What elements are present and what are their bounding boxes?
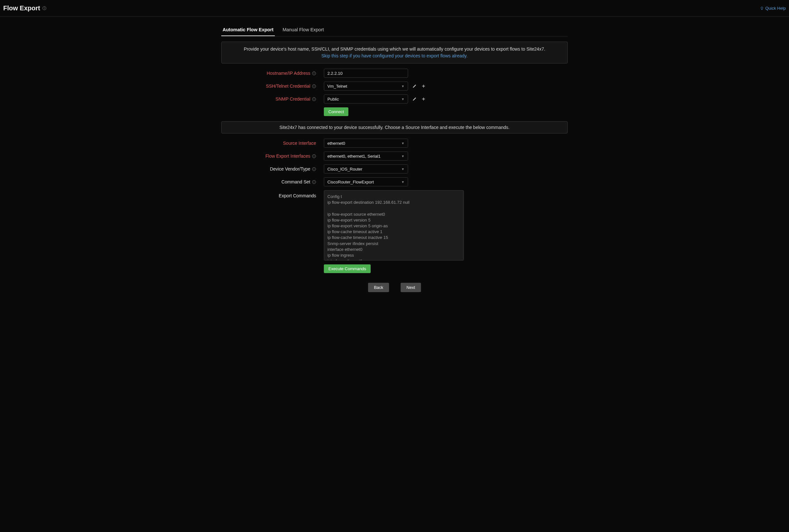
connect-btn-wrap: Connect <box>324 107 568 116</box>
source-interface-select[interactable]: ethernet0 ▼ <box>324 139 408 148</box>
info-icon[interactable] <box>312 97 316 101</box>
status-message: Site24x7 has connected to your device su… <box>279 125 509 130</box>
device-vendor-select[interactable]: Cisco_IOS_Router ▼ <box>324 165 408 173</box>
svg-point-14 <box>314 98 314 98</box>
quick-help-link[interactable]: Quick Help <box>760 6 786 11</box>
ssh-label: SSH/Telnet Credential <box>221 83 324 89</box>
command-set-select[interactable]: CiscoRouter_FlowExport ▼ <box>324 177 408 186</box>
info-icon[interactable] <box>42 6 46 11</box>
hostname-input[interactable] <box>324 69 408 78</box>
page-title: Flow Export <box>3 4 40 12</box>
plus-icon <box>421 84 426 88</box>
svg-point-9 <box>314 85 314 86</box>
svg-point-25 <box>314 181 314 181</box>
info-icon[interactable] <box>312 167 316 171</box>
info-banner-line1: Provide your device's host name, SSH/CLI… <box>227 46 562 53</box>
command-set-label: Command Set <box>221 179 324 185</box>
info-icon[interactable] <box>312 154 316 158</box>
add-ssh-credential-button[interactable] <box>421 83 426 89</box>
chevron-down-icon: ▼ <box>401 180 405 184</box>
flow-export-interfaces-select[interactable]: ethernet0, ethernet1, Serial1 ▼ <box>324 152 408 160</box>
info-icon[interactable] <box>312 71 316 75</box>
row-export-commands: Export Commands <box>221 190 568 261</box>
row-flow-export-interfaces: Flow Export Interfaces ethernet0, ethern… <box>221 152 568 160</box>
pencil-icon <box>412 97 417 101</box>
source-interface-label: Source Interface <box>221 140 324 146</box>
row-device-vendor: Device Vendor/Type Cisco_IOS_Router ▼ <box>221 165 568 173</box>
tab-automatic-flow-export[interactable]: Automatic Flow Export <box>221 24 275 36</box>
row-snmp-credential: SNMP Credential Public ▼ <box>221 94 568 103</box>
execute-commands-button[interactable]: Execute Commands <box>324 264 371 273</box>
back-button[interactable]: Back <box>368 283 389 292</box>
skip-step-link[interactable]: Skip this step if you have configured yo… <box>227 53 562 59</box>
pencil-icon <box>412 84 417 88</box>
next-button[interactable]: Next <box>401 283 421 292</box>
chevron-down-icon: ▼ <box>401 167 405 171</box>
credentials-section: Hostname/IP Address SSH/Telnet Credentia… <box>221 69 568 116</box>
config-section: Source Interface ethernet0 ▼ Flow Export… <box>221 139 568 273</box>
page-header: Flow Export Quick Help <box>0 0 789 17</box>
connect-button[interactable]: Connect <box>324 107 349 116</box>
chevron-down-icon: ▼ <box>401 154 405 158</box>
svg-point-6 <box>314 72 314 73</box>
hostname-label: Hostname/IP Address <box>221 71 324 76</box>
svg-point-22 <box>314 168 314 168</box>
edit-ssh-credential-button[interactable] <box>412 83 417 89</box>
tabs: Automatic Flow Export Manual Flow Export <box>221 24 568 36</box>
row-source-interface: Source Interface ethernet0 ▼ <box>221 139 568 148</box>
row-command-set: Command Set CiscoRouter_FlowExport ▼ <box>221 177 568 186</box>
device-vendor-label: Device Vendor/Type <box>221 166 324 172</box>
edit-snmp-credential-button[interactable] <box>412 96 417 101</box>
chevron-down-icon: ▼ <box>401 84 405 88</box>
chevron-down-icon: ▼ <box>401 97 405 101</box>
main-container: Automatic Flow Export Manual Flow Export… <box>221 24 568 305</box>
svg-point-19 <box>314 155 314 155</box>
snmp-credential-select[interactable]: Public ▼ <box>324 94 408 103</box>
chevron-down-icon: ▼ <box>401 141 405 145</box>
svg-point-2 <box>44 7 44 7</box>
flow-export-interfaces-label: Flow Export Interfaces <box>221 153 324 159</box>
bulb-icon <box>760 6 764 10</box>
snmp-label: SNMP Credential <box>221 96 324 101</box>
info-icon[interactable] <box>312 179 316 184</box>
execute-btn-wrap: Execute Commands <box>324 264 568 273</box>
page-title-wrap: Flow Export <box>3 4 46 12</box>
row-ssh-credential: SSH/Telnet Credential Vm_Telnet ▼ <box>221 81 568 91</box>
add-snmp-credential-button[interactable] <box>421 96 426 101</box>
row-hostname: Hostname/IP Address <box>221 69 568 78</box>
info-banner: Provide your device's host name, SSH/CLI… <box>221 42 568 63</box>
status-banner: Site24x7 has connected to your device su… <box>221 121 568 133</box>
ssh-credential-select[interactable]: Vm_Telnet ▼ <box>324 81 408 91</box>
quick-help-label: Quick Help <box>765 6 786 11</box>
footer-buttons: Back Next <box>221 283 568 292</box>
export-commands-label: Export Commands <box>221 190 324 198</box>
plus-icon <box>421 97 426 101</box>
tab-manual-flow-export[interactable]: Manual Flow Export <box>281 24 325 36</box>
info-icon[interactable] <box>312 84 316 88</box>
export-commands-textarea[interactable] <box>324 190 464 261</box>
